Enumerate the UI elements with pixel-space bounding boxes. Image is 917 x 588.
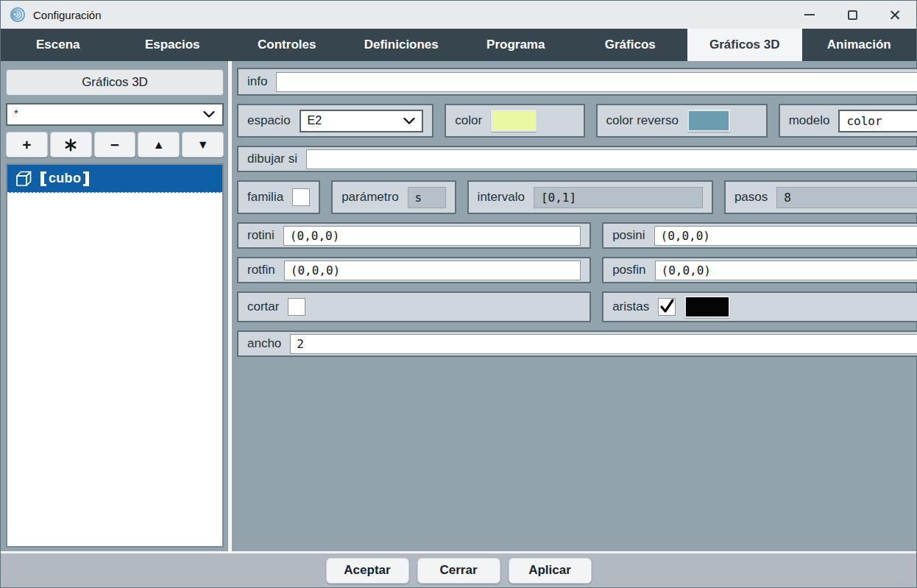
color-group: color [445,104,584,138]
cube-icon [15,170,34,188]
maximize-button[interactable] [831,1,874,29]
minimize-icon [804,14,815,15]
intervalo-label: intervalo [478,190,525,205]
duplicate-object-button[interactable] [50,132,92,157]
title-bar: Configuración ✕ [1,1,916,29]
accept-button[interactable]: Aceptar [326,558,409,584]
object-filter-select[interactable]: * [6,103,224,126]
info-group: info [237,68,917,96]
move-down-button[interactable]: ▼ [182,132,224,157]
checkmark-icon [659,300,674,314]
modelo-select[interactable]: color [838,110,917,132]
object-filter-value: * [14,107,18,119]
chevron-down-icon [203,111,215,118]
parametro-group: parámetro [331,180,456,214]
espacio-select[interactable]: E2 [300,110,424,132]
aristas-label: aristas [612,300,649,314]
rotini-input[interactable] [283,226,581,246]
pasos-label: pasos [734,190,768,205]
posini-input[interactable] [654,226,917,246]
color-reverso-swatch[interactable] [687,110,730,132]
content-area: Gráficos 3D * + [1,61,916,551]
tab-controles[interactable]: Controles [230,29,344,61]
pasos-group: pasos [724,180,917,214]
color-reverso-label: color reverso [606,113,679,128]
rotfin-label: rotfin [247,263,275,277]
aristas-color-swatch[interactable] [684,296,730,318]
modelo-group: modelo color [779,104,917,138]
familia-group: familia [237,180,320,214]
config-dialog: Configuración ✕ Escena Espacios Controle… [0,0,917,588]
ancho-group: ancho [237,330,917,357]
chevron-down-icon [403,118,415,124]
tab-graficos[interactable]: Gráficos [573,29,688,61]
objects-panel: Gráficos 3D * + [1,61,228,551]
tab-escena[interactable]: Escena [1,29,116,61]
move-up-button[interactable]: ▲ [138,132,180,157]
close-button[interactable]: ✕ [874,1,916,29]
add-object-button[interactable]: + [6,132,48,157]
bracket-right [83,171,89,186]
objects-panel-title: Gráficos 3D [6,69,224,96]
posfin-input[interactable] [655,261,917,280]
familia-checkbox[interactable] [292,188,310,206]
app-logo-icon [10,7,26,23]
apply-button[interactable]: Aplicar [509,558,592,584]
object-name: cubo [49,171,81,186]
espacio-group: espacio E2 [237,104,433,138]
tab-bar: Escena Espacios Controles Definiciones P… [1,29,916,61]
tab-programa[interactable]: Programa [458,29,573,61]
tab-animacion[interactable]: Animación [802,29,917,61]
minimize-button[interactable] [788,1,831,29]
asterisk-icon [64,138,77,152]
window-title: Configuración [33,9,102,21]
color-reverso-group: color reverso [596,104,768,138]
triangle-up-icon: ▲ [153,138,165,152]
rotfin-group: rotfin [237,257,591,283]
minus-icon: − [110,137,119,152]
color-swatch[interactable] [491,110,537,132]
plus-icon: + [22,137,31,152]
dibujar-si-input[interactable] [306,149,917,169]
object-list: cubo [6,163,224,548]
posfin-group: posfin [602,257,917,283]
triangle-down-icon: ▼ [197,138,209,152]
object-label: cubo [40,171,89,186]
cortar-label: cortar [247,300,279,314]
modelo-value: color [846,114,882,128]
aristas-group: aristas [602,291,917,322]
pasos-input[interactable] [776,187,917,208]
rotfin-input[interactable] [284,261,581,280]
parametro-label: parámetro [341,190,398,205]
footer-bar: Aceptar Cerrar Aplicar [1,553,916,587]
espacio-label: espacio [247,113,291,128]
info-input[interactable] [276,72,917,92]
cortar-group: cortar [237,291,591,322]
list-item-cubo[interactable]: cubo [7,165,222,193]
dibujar-si-label: dibujar si [247,152,297,166]
rotini-group: rotini [237,222,591,249]
remove-object-button[interactable]: − [94,132,136,157]
dibujar-si-group: dibujar si [237,146,917,172]
tab-definiciones[interactable]: Definiciones [344,29,459,61]
ancho-label: ancho [247,336,281,351]
bracket-left [40,171,46,186]
close-icon: ✕ [888,7,902,23]
familia-label: familia [247,190,283,205]
posini-group: posini [602,222,917,249]
tab-espacios[interactable]: Espacios [116,29,230,61]
parametro-input[interactable] [408,187,446,208]
properties-form: info espacio E2 color [232,61,917,551]
ancho-input[interactable] [290,334,917,354]
posfin-label: posfin [612,263,645,277]
object-toolbar: + − ▲ ▼ [6,132,224,157]
modelo-label: modelo [789,113,830,128]
intervalo-input[interactable] [534,187,703,208]
tab-graficos-3d[interactable]: Gráficos 3D [687,29,802,61]
color-label: color [455,113,482,128]
cortar-checkbox[interactable] [288,298,305,316]
close-dialog-button[interactable]: Cerrar [417,558,500,584]
aristas-checkbox[interactable] [658,298,676,316]
info-label: info [247,74,267,89]
window-controls: ✕ [788,1,916,29]
